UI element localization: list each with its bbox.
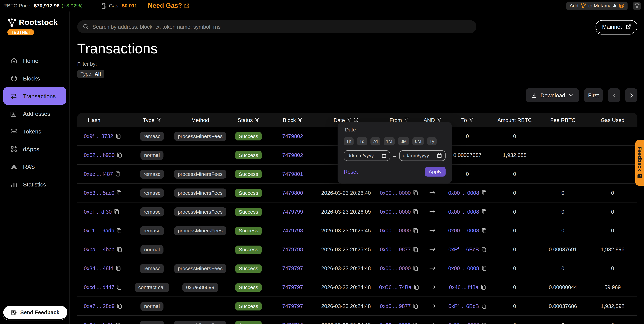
filter-funnel-icon[interactable]: [469, 118, 474, 122]
hash-link[interactable]: 0xef ... df30: [84, 208, 112, 215]
hash-link[interactable]: 0x34 ... 48f4: [84, 265, 113, 272]
copy-icon[interactable]: [116, 134, 120, 139]
table-column-header[interactable]: Gas Used: [588, 117, 636, 123]
copy-icon[interactable]: [482, 209, 486, 214]
type-filter-chip[interactable]: Type: All: [77, 70, 104, 78]
rootstock-app-button[interactable]: [633, 2, 640, 10]
sidebar-item[interactable]: dApps: [0, 140, 69, 158]
copy-icon[interactable]: [413, 266, 418, 271]
hash-link[interactable]: 0x0d ... fe91: [84, 322, 113, 324]
copy-icon[interactable]: [117, 304, 122, 309]
block-link[interactable]: 7479798: [282, 246, 303, 252]
to-address-link[interactable]: 0x00 ... 0008: [448, 322, 479, 324]
copy-icon[interactable]: [117, 285, 122, 290]
add-to-metamask-button[interactable]: Add to Metamask: [566, 2, 628, 10]
apply-button[interactable]: Apply: [424, 167, 446, 176]
copy-icon[interactable]: [117, 152, 122, 158]
to-address-link[interactable]: 0x00 ... 0008: [448, 265, 479, 272]
hash-link[interactable]: 0xa7 ... 28d9: [84, 303, 114, 309]
hash-link[interactable]: 0xec ... f487: [84, 171, 113, 177]
block-link[interactable]: 7479799: [282, 208, 303, 215]
from-address-link[interactable]: 0x00 ... 0000: [380, 228, 411, 234]
table-column-header[interactable]: Block: [269, 117, 316, 123]
from-address-link[interactable]: 0x00 ... 0000: [380, 208, 411, 215]
copy-icon[interactable]: [117, 247, 122, 252]
copy-icon[interactable]: [413, 304, 418, 309]
hash-link[interactable]: 0xcd ... d447: [84, 284, 114, 290]
sidebar-item[interactable]: Statistics: [0, 175, 69, 193]
hash-link[interactable]: 0x11 ... 9adb: [84, 228, 114, 234]
network-switch-button[interactable]: Mainnet: [596, 20, 638, 33]
send-feedback-button[interactable]: Send Feedback: [3, 306, 67, 318]
filter-funnel-icon[interactable]: [298, 118, 302, 122]
table-column-header[interactable]: Fee RBTC: [537, 117, 588, 123]
copy-icon[interactable]: [117, 190, 122, 196]
sidebar-item[interactable]: RAS: [0, 158, 69, 176]
search-bar[interactable]: [77, 20, 476, 33]
to-address-link[interactable]: 0x00 ... 0008: [448, 228, 479, 234]
hash-link[interactable]: 0x53 ... 5ac0: [84, 190, 114, 196]
from-address-link[interactable]: 0xd0 ... 9877: [380, 303, 411, 309]
copy-icon[interactable]: [482, 190, 486, 196]
filter-funnel-icon[interactable]: [437, 118, 442, 122]
to-address-link[interactable]: 0x46 ... f48a: [449, 284, 478, 290]
block-link[interactable]: 7479798: [282, 228, 303, 234]
download-button[interactable]: Download: [526, 88, 579, 102]
date-range-chip[interactable]: 1y: [427, 137, 436, 146]
copy-icon[interactable]: [482, 304, 486, 309]
calendar-icon[interactable]: [437, 153, 442, 158]
from-address-link[interactable]: 0xd0 ... 9877: [380, 246, 411, 252]
copy-icon[interactable]: [116, 322, 120, 324]
previous-page-button[interactable]: [608, 88, 620, 102]
sidebar-item[interactable]: Home: [0, 52, 69, 70]
block-link[interactable]: 7479797: [282, 303, 303, 309]
filter-funnel-icon[interactable]: [255, 118, 260, 122]
table-column-header[interactable]: To: [443, 117, 492, 123]
search-input[interactable]: [92, 24, 471, 30]
date-range-chip[interactable]: 7d: [370, 137, 380, 146]
to-address-link[interactable]: 0xFf ... 6BcB: [448, 303, 479, 309]
copy-icon[interactable]: [117, 228, 122, 234]
block-link[interactable]: 7479797: [282, 265, 303, 272]
copy-icon[interactable]: [482, 266, 486, 271]
copy-icon[interactable]: [413, 190, 418, 196]
from-address-link[interactable]: 0xC6 ... 74Ba: [379, 284, 412, 290]
date-range-chip[interactable]: 1d: [357, 137, 367, 146]
block-link[interactable]: 7479801: [282, 171, 303, 177]
hash-link[interactable]: 0xba ... 4baa: [84, 246, 114, 252]
sidebar-item[interactable]: Addresses: [0, 105, 69, 122]
copy-icon[interactable]: [482, 322, 486, 324]
date-range-chip[interactable]: 1h: [344, 137, 354, 146]
calendar-icon[interactable]: [382, 153, 387, 158]
table-column-header[interactable]: Amount RBTC: [492, 117, 537, 123]
date-range-chip[interactable]: 3M: [398, 137, 409, 146]
block-link[interactable]: 7479802: [282, 133, 303, 140]
table-column-header[interactable]: Method: [172, 117, 228, 123]
table-column-header[interactable]: Type: [132, 117, 172, 123]
filter-funnel-icon[interactable]: [156, 118, 161, 122]
feedback-tab[interactable]: Feedback: [636, 140, 644, 186]
date-from-input[interactable]: [348, 153, 380, 158]
sidebar-item[interactable]: Blocks: [0, 69, 69, 87]
need-gas-link[interactable]: Need Gas?: [148, 2, 189, 10]
copy-icon[interactable]: [413, 209, 418, 214]
copy-icon[interactable]: [414, 285, 419, 290]
table-column-header[interactable]: Hash: [77, 117, 132, 123]
copy-icon[interactable]: [413, 228, 418, 234]
block-link[interactable]: 7479796: [282, 322, 303, 324]
hash-link[interactable]: 0x9f ... 3732: [84, 133, 113, 140]
next-page-button[interactable]: [625, 88, 638, 102]
copy-icon[interactable]: [413, 247, 418, 252]
hash-link[interactable]: 0x62 ... b930: [84, 152, 114, 158]
clock-icon[interactable]: [354, 118, 358, 122]
copy-icon[interactable]: [413, 322, 418, 324]
first-page-button[interactable]: First: [584, 88, 603, 102]
copy-icon[interactable]: [481, 285, 486, 290]
to-address-link[interactable]: 0x00 ... 0008: [448, 190, 479, 196]
from-address-link[interactable]: 0x00 ... 0000: [380, 322, 411, 324]
copy-icon[interactable]: [114, 209, 119, 214]
from-address-link[interactable]: 0x00 ... 0000: [380, 265, 411, 272]
copy-icon[interactable]: [115, 171, 120, 177]
date-range-chip[interactable]: 6M: [412, 137, 424, 146]
copy-icon[interactable]: [116, 266, 120, 271]
